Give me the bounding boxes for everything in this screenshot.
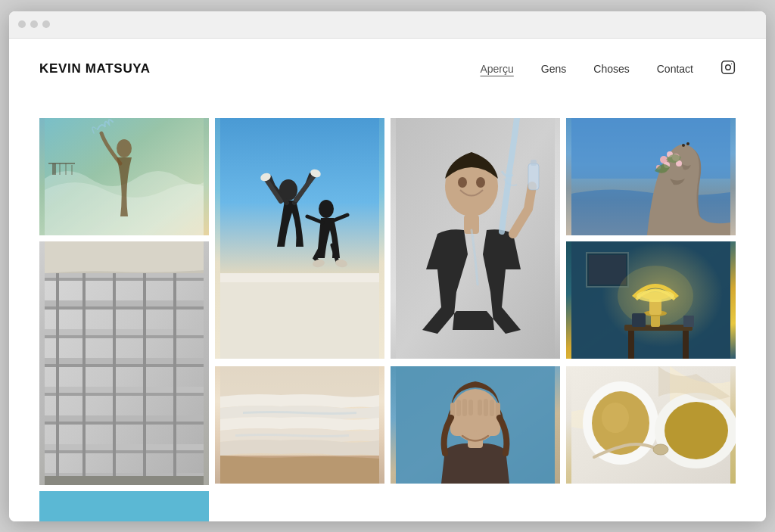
svg-rect-81 — [468, 400, 473, 415]
browser-dot-yellow — [30, 20, 38, 28]
grid-item-terraces[interactable] — [215, 366, 384, 484]
nav-link-contact[interactable]: Contact — [657, 63, 693, 75]
svg-rect-6 — [220, 277, 379, 359]
svg-point-29 — [682, 144, 685, 147]
svg-point-90 — [602, 403, 629, 433]
svg-rect-58 — [589, 255, 626, 285]
site-header: KEVIN MATSUYA Aperçu Gens Choses Contact — [39, 39, 736, 97]
grid-item-bleachers[interactable] — [39, 241, 209, 485]
svg-rect-79 — [456, 400, 461, 416]
svg-rect-33 — [45, 278, 204, 281]
grid-item-coffee[interactable] — [566, 366, 736, 484]
svg-rect-40 — [45, 387, 204, 393]
browser-chrome — [9, 11, 766, 39]
nav-link-apercu[interactable]: Aperçu — [480, 63, 513, 75]
grid-item-woman-hands[interactable] — [391, 366, 560, 484]
nav-link-gens[interactable]: Gens — [541, 63, 566, 75]
svg-rect-61 — [683, 331, 689, 359]
svg-rect-45 — [45, 450, 204, 453]
svg-rect-52 — [45, 476, 204, 485]
photo-grid — [39, 97, 736, 521]
svg-rect-49 — [113, 272, 116, 485]
svg-rect-19 — [528, 163, 539, 190]
grid-item-jump-wall[interactable] — [215, 118, 384, 359]
svg-rect-41 — [45, 393, 204, 396]
site-nav: Aperçu Gens Choses Contact — [480, 60, 736, 79]
svg-rect-7 — [220, 273, 379, 282]
svg-rect-85 — [490, 400, 494, 416]
grid-item-beach-splash[interactable] — [39, 118, 209, 235]
svg-point-11 — [319, 200, 334, 218]
svg-rect-47 — [56, 272, 59, 485]
svg-rect-68 — [632, 313, 646, 327]
svg-point-2 — [731, 63, 732, 64]
svg-point-30 — [686, 142, 689, 145]
grid-item-cliff[interactable] — [566, 118, 736, 235]
svg-point-92 — [665, 402, 728, 459]
instagram-icon[interactable] — [721, 60, 736, 79]
svg-point-17 — [476, 177, 485, 188]
svg-rect-36 — [45, 329, 204, 335]
svg-rect-39 — [45, 364, 204, 367]
svg-rect-38 — [45, 358, 204, 364]
browser-dot-red — [18, 20, 26, 28]
svg-rect-22 — [571, 118, 730, 179]
svg-rect-35 — [45, 306, 204, 310]
svg-rect-20 — [531, 160, 537, 166]
svg-rect-84 — [484, 399, 488, 416]
svg-rect-51 — [173, 272, 176, 485]
svg-point-4 — [117, 139, 132, 157]
svg-rect-44 — [45, 444, 204, 450]
svg-rect-60 — [628, 331, 634, 359]
grid-item-lamp[interactable] — [566, 241, 736, 359]
svg-rect-50 — [143, 272, 146, 485]
svg-point-16 — [458, 177, 467, 188]
browser-window: KEVIN MATSUYA Aperçu Gens Choses Contact — [9, 11, 766, 521]
svg-rect-0 — [722, 61, 735, 73]
svg-rect-34 — [45, 300, 204, 306]
site-title: KEVIN MATSUYA — [39, 61, 151, 76]
page-content: KEVIN MATSUYA Aperçu Gens Choses Contact — [9, 39, 766, 521]
svg-rect-42 — [45, 415, 204, 422]
svg-point-1 — [726, 64, 731, 70]
svg-point-67 — [618, 266, 693, 326]
grid-item-water-pour[interactable] — [391, 118, 560, 359]
grid-item-blue-bar — [39, 491, 209, 521]
svg-rect-48 — [82, 272, 86, 485]
browser-dot-green — [42, 20, 50, 28]
svg-rect-83 — [478, 400, 482, 415]
svg-rect-43 — [45, 422, 204, 425]
svg-rect-37 — [45, 335, 204, 338]
svg-rect-80 — [462, 399, 467, 416]
svg-rect-69 — [683, 316, 694, 327]
svg-point-93 — [653, 444, 668, 455]
nav-link-choses[interactable]: Choses — [593, 63, 629, 75]
